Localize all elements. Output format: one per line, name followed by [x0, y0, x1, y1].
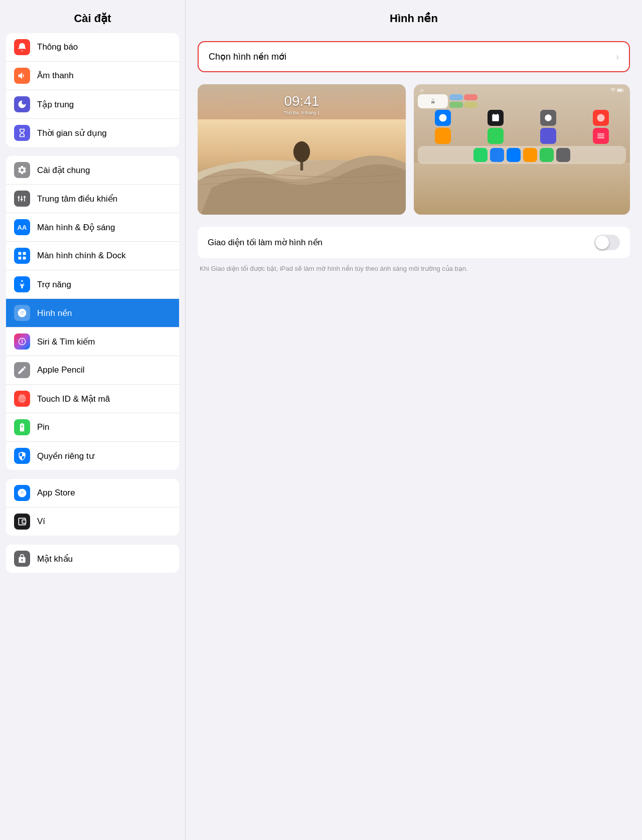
sidebar-label-am-thanh: Âm thanh [37, 71, 74, 81]
widget-4 [464, 102, 477, 108]
calendar-widget: 28 28 [418, 94, 448, 108]
app-1 [435, 110, 451, 126]
dark-mode-toggle[interactable] [594, 235, 620, 250]
widget-3 [449, 102, 463, 108]
sidebar-group-4: Mật khẩu [6, 545, 179, 573]
sidebar-item-trung-tam[interactable]: Trung tâm điều khiển [6, 185, 179, 213]
pencil-icon [14, 362, 30, 378]
sidebar-label-pin: Pin [37, 422, 50, 432]
sidebar-item-vi[interactable]: Ví [6, 508, 179, 536]
svg-point-21 [545, 114, 552, 121]
lock-wallpaper-image [198, 119, 406, 215]
sliders-icon [14, 191, 30, 207]
svg-rect-22 [414, 162, 630, 215]
appstore-icon [14, 485, 30, 501]
sidebar-group-3: App Store Ví [6, 479, 179, 536]
sidebar-label-trung-tam: Trung tâm điều khiển [37, 194, 117, 204]
lock-date: Thứ Ba, 9 tháng 1 [283, 110, 320, 115]
svg-rect-20 [623, 90, 624, 91]
widget-row-1: 28 28 [418, 94, 626, 108]
svg-rect-5 [24, 197, 26, 198]
display-icon: AA [14, 219, 30, 235]
svg-rect-6 [19, 252, 22, 255]
battery-icon [14, 419, 30, 435]
svg-rect-8 [19, 257, 22, 260]
sidebar-item-app-store[interactable]: App Store [6, 479, 179, 508]
toggle-thumb [595, 236, 609, 249]
sidebar-item-man-hinh-do-sang[interactable]: AA Màn hình & Độ sáng [6, 213, 179, 242]
small-widgets [449, 94, 479, 108]
app-grid [418, 110, 626, 144]
choose-wallpaper-label: Chọn hình nền mới [209, 51, 286, 62]
wallpaper-icon [14, 305, 30, 321]
dark-mode-label: Giao diện tối làm mờ hình nền [208, 237, 323, 248]
dark-mode-toggle-row: Giao diện tối làm mờ hình nền [198, 227, 630, 258]
sidebar-label-tap-trung: Tập trung [37, 99, 74, 110]
svg-rect-19 [617, 89, 622, 91]
sidebar-item-siri[interactable]: Siri & Tìm kiếm [6, 327, 179, 356]
sidebar-item-tro-nang[interactable]: Trợ năng [6, 270, 179, 299]
fingerprint-icon [14, 391, 30, 407]
dock-app-1 [473, 148, 488, 162]
widget-2 [464, 94, 477, 100]
dock-app-4 [523, 148, 537, 162]
svg-point-12 [23, 521, 25, 523]
sidebar-group-1: Thông báo Âm thanh Tập trung Thời gian s… [6, 33, 179, 147]
privacy-icon [14, 448, 30, 464]
app-8 [593, 128, 609, 144]
sidebar-item-man-hinh-chinh[interactable]: Màn hình chính & Dock [6, 242, 179, 270]
speaker-icon [14, 68, 30, 84]
widget-1 [449, 94, 463, 100]
sidebar-item-pin[interactable]: Pin [6, 413, 179, 442]
sidebar-label-apple-pencil: Apple Pencil [37, 365, 85, 375]
sidebar-group-2: Cài đặt chung Trung tâm điều khiển AA Mà… [6, 156, 179, 470]
main-panel: Hình nền Chọn hình nền mới › 09:41 Thứ B… [186, 0, 642, 840]
home-screen-icon [14, 248, 30, 264]
dock-app-2 [490, 148, 504, 162]
status-bar: 28 [418, 88, 626, 92]
svg-point-10 [21, 280, 23, 282]
app-3 [540, 110, 556, 126]
gear-icon [14, 162, 30, 178]
sidebar-label-quyen-rieng-tu: Quyền riêng tư [37, 451, 94, 461]
sidebar-item-am-thanh[interactable]: Âm thanh [6, 62, 179, 90]
sidebar-item-tap-trung[interactable]: Tập trung [6, 90, 179, 119]
sidebar-item-hinh-nen[interactable]: Hình nền [6, 299, 179, 327]
sidebar-label-tro-nang: Trợ năng [37, 279, 71, 290]
dock-app-5 [540, 148, 554, 162]
accessibility-icon [14, 276, 30, 292]
sidebar-item-touch-id[interactable]: Touch ID & Mật mã [6, 385, 179, 413]
lock-screen-preview[interactable]: 09:41 Thứ Ba, 9 tháng 1 [198, 84, 406, 215]
sidebar-label-app-store: App Store [37, 488, 75, 498]
sidebar: Cài đặt Thông báo Âm thanh Tập trung Thờ… [0, 0, 186, 840]
dark-mode-description: Khi Giao diện tối được bật, iPad sẽ làm … [198, 264, 630, 273]
home-screen-preview[interactable]: 28 28 28 [414, 84, 630, 215]
password-icon [14, 551, 30, 567]
bell-icon [14, 39, 30, 55]
svg-rect-3 [18, 197, 20, 198]
sidebar-item-quyen-rieng-tu[interactable]: Quyền riêng tư [6, 442, 179, 470]
sidebar-item-apple-pencil[interactable]: Apple Pencil [6, 356, 179, 385]
dock-app-6 [556, 148, 570, 162]
sidebar-item-cai-dat-chung[interactable]: Cài đặt chung [6, 156, 179, 185]
lock-time: 09:41 [284, 93, 319, 109]
sidebar-label-mat-khau: Mật khẩu [37, 554, 73, 564]
choose-wallpaper-button[interactable]: Chọn hình nền mới › [198, 41, 630, 72]
sidebar-label-hinh-nen: Hình nền [37, 308, 72, 318]
home-dock [418, 146, 626, 164]
sidebar-label-touch-id: Touch ID & Mật mã [37, 394, 110, 404]
app-4 [593, 110, 609, 126]
siri-icon [14, 333, 30, 350]
dock-app-3 [507, 148, 521, 162]
sidebar-label-man-hinh-chinh: Màn hình chính & Dock [37, 251, 126, 261]
main-body: Chọn hình nền mới › 09:41 Thứ Ba, 9 thán… [186, 33, 642, 840]
sidebar-label-siri: Siri & Tìm kiếm [37, 337, 95, 347]
svg-rect-0 [19, 196, 20, 202]
svg-rect-7 [23, 252, 26, 255]
sidebar-item-mat-khau[interactable]: Mật khẩu [6, 545, 179, 573]
app-5 [435, 128, 451, 144]
svg-point-17 [293, 141, 310, 162]
sidebar-item-thong-bao[interactable]: Thông báo [6, 33, 179, 62]
chevron-right-icon: › [616, 52, 619, 62]
sidebar-item-thoi-gian[interactable]: Thời gian sử dụng [6, 119, 179, 147]
